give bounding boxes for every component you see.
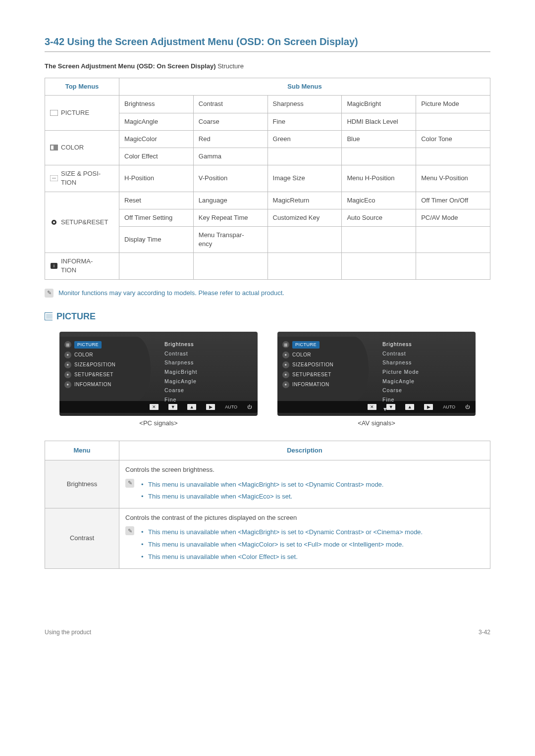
page-footer: Using the product 3-42 [45,628,490,637]
osd-nav-item: ▦PICTURE [64,340,151,350]
osd-nav-icon: ● [282,352,289,358]
desc-menu-name: Brightness [45,460,119,508]
svg-point-6 [53,221,55,223]
osd-nav-label: SIZE&POSITION [292,361,333,368]
osd-btn-down: ▼ [386,404,395,410]
subtitle-bold: The Screen Adjustment Menu (OSD: On Scre… [45,62,216,70]
submenu-cell: Menu H-Position [342,165,416,192]
submenu-cell: HDMI Black Level [342,113,416,130]
svg-rect-0 [50,110,58,116]
topmenu-setup&reset: SETUP&RESET [45,192,119,253]
picture-icon [50,109,58,116]
submenu-cell: Blue [342,130,416,148]
th-menu: Menu [45,441,119,460]
submenu-cell [342,226,416,252]
osd-nav-item: ●SIZE&POSITION [64,360,151,370]
osd-av-box: ▦PICTURE●COLOR●SIZE&POSITION●SETUP&RESET… [277,332,476,416]
osd-av-right: BrightnessContrastSharpnessPicture ModeM… [369,337,476,401]
osd-nav-icon: ● [282,371,289,378]
osd-pc-box: ▦PICTURE●COLOR●SIZE&POSITION●SETUP&RESET… [59,332,258,416]
submenu-cell: Fine [268,113,342,130]
osd-av-left: ▦PICTURE●COLOR●SIZE&POSITION●SETUP&RESET… [277,337,369,401]
osd-option: Brightness [164,340,258,349]
osd-btn-up: ▲ [187,404,196,410]
osd-nav-item: ●COLOR [282,350,369,360]
submenu-cell: Color Tone [416,130,490,148]
submenu-cell [416,226,490,252]
osd-pc-right: BrightnessContrastSharpnessMagicBrightMa… [151,337,258,401]
submenu-cell [342,148,416,165]
submenu-cell [416,253,490,279]
osd-nav-icon: ● [282,381,289,388]
th-topmenus: Top Menus [45,78,119,96]
submenu-cell: V-Position [193,165,268,192]
osd-nav-label: COLOR [292,352,311,358]
structure-table: Top Menus Sub Menus PICTUREBrightnessCon… [45,78,490,279]
topmenu-size & posi-tion: SIZE & POSI-TION [45,165,119,192]
osd-option: Fine [382,395,476,404]
submenu-cell [119,253,194,279]
submenu-cell: Contrast [193,96,268,113]
submenu-cell: MagicEco [342,192,416,209]
desc-note-item: This menu is unavailable when <MagicBrig… [141,479,383,491]
osd-option: Sharpness [164,358,258,367]
osd-btn-right: ▶ [206,404,215,410]
osd-nav-icon: ▦ [64,341,71,348]
size-icon [50,175,58,182]
submenu-cell: Customized Key [268,209,342,226]
picture-icon [45,313,53,320]
note-row: ✎ Monitor functions may vary according t… [45,289,490,298]
osd-nav-item: ●INFORMATION [282,380,369,390]
submenu-cell [268,148,342,165]
osd-nav-item: ●COLOR [64,350,151,360]
osd-av-caption: <AV signals> [277,419,476,428]
svg-rect-2 [51,146,54,150]
submenu-cell: Menu Transpar-ency [193,226,268,252]
subtitle-rest: Structure [216,62,244,70]
note-text: Monitor functions may vary according to … [58,289,284,298]
page-title: 3-42 Using the Screen Adjustment Menu (O… [45,35,490,49]
desc-content: Controls the contrast of the pictures di… [119,508,490,569]
submenu-cell: Color Effect [119,148,194,165]
submenu-cell [268,226,342,252]
footer-right: 3-42 [479,628,490,637]
osd-btn-up: ▲ [405,404,414,410]
submenu-cell [416,148,490,165]
osd-option: Brightness [382,340,476,349]
svg-text:i: i [54,263,54,268]
osd-option: Coarse [382,386,476,395]
osd-btn-down: ▼ [168,404,177,410]
submenu-cell: Brightness [119,96,194,113]
osd-option: Sharpness [382,358,476,367]
submenu-cell: Off Timer Setting [119,209,194,226]
osd-option: MagicBright [164,367,258,377]
topmenu-label: INFORMA-TION [61,257,93,275]
osd-nav-icon: ● [64,361,71,368]
title-underline [45,51,490,52]
submenu-cell: Display Time [119,226,194,252]
submenu-cell: MagicBright [342,96,416,113]
info-icon: i [50,262,58,269]
osd-nav-item: ●SETUP&RESET [282,370,369,380]
submenu-cell [416,113,490,130]
submenu-cell: Gamma [193,148,268,165]
osd-nav-icon: ● [64,371,71,378]
submenu-cell: Off Timer On/Off [416,192,490,209]
osd-nav-label: INFORMATION [74,381,111,388]
osd-av-col: ▦PICTURE●COLOR●SIZE&POSITION●SETUP&RESET… [277,332,476,428]
structure-subtitle: The Screen Adjustment Menu (OSD: On Scre… [45,62,490,71]
osd-nav-label: PICTURE [292,341,320,349]
osd-pc-left: ▦PICTURE●COLOR●SIZE&POSITION●SETUP&RESET… [59,337,151,401]
submenu-cell: Coarse [193,113,268,130]
osd-option: Fine [164,395,258,404]
osd-nav-icon: ● [282,361,289,368]
submenu-cell [193,253,268,279]
submenu-cell: Auto Source [342,209,416,226]
submenu-cell: MagicReturn [268,192,342,209]
topmenu-informa-tion: iINFORMA-TION [45,253,119,279]
osd-nav-item: ▦PICTURE [282,340,369,350]
setup-icon [50,219,58,226]
th-submenus: Sub Menus [119,78,490,96]
osd-nav-label: SIZE&POSITION [74,361,115,368]
note-icon: ✎ [125,526,134,535]
